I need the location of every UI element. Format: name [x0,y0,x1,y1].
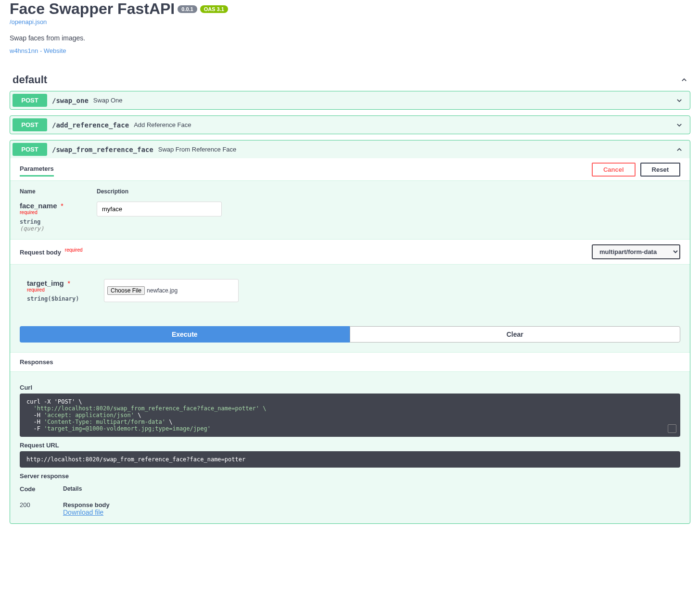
col-code: Code [20,485,49,493]
chosen-filename: newface.jpg [147,287,178,294]
tab-parameters[interactable]: Parameters [20,162,54,177]
parameters-table: Name Description face_name * required st… [10,181,690,239]
method-badge: POST [13,94,47,107]
face-name-input[interactable] [97,202,222,216]
param-type: string($binary) [27,295,89,302]
operation-toggle[interactable]: POST /swap_one Swap One [10,91,690,109]
required-label: required [65,247,83,253]
operation-path: /add_reference_face [52,121,129,129]
content-type-select[interactable]: multipart/form-data [592,244,680,259]
operation-summary: Swap One [93,97,123,104]
copy-icon[interactable] [668,424,676,433]
param-row-target-img: target_img * required string($binary) Ch… [27,279,680,303]
body-param-area: target_img * required string($binary) Ch… [10,265,690,327]
cancel-button[interactable]: Cancel [592,163,636,177]
execute-button[interactable]: Execute [20,326,350,343]
page-title: Face Swapper FastAPI 0.0.1 OAS 3.1 [10,0,690,18]
param-name: face_name [20,202,57,210]
responses-header: Responses [10,352,690,372]
operation-add-reference-face: POST /add_reference_face Add Reference F… [10,115,690,134]
required-label: required [27,287,45,292]
operation-swap-from-reference-face: POST /swap_from_reference_face Swap From… [10,140,690,524]
response-body-label: Response body [63,501,110,508]
operation-toggle[interactable]: POST /add_reference_face Add Reference F… [10,116,690,134]
operation-swap-one: POST /swap_one Swap One [10,91,690,110]
curl-label: Curl [20,384,680,391]
section-toggle[interactable]: default [10,69,690,91]
param-row-face-name: face_name * required string (query) [20,202,680,232]
curl-block: curl -X 'POST' \ 'http://localhost:8020/… [20,394,680,437]
col-description: Description [97,188,128,195]
clear-button[interactable]: Clear [350,326,681,343]
request-url-block: http://localhost:8020/swap_from_referenc… [20,451,680,468]
oas-badge: OAS 3.1 [200,5,228,13]
request-body-header: Request body required multipart/form-dat… [10,239,690,265]
chevron-up-icon [681,76,687,83]
chevron-down-icon [676,97,683,104]
file-input-wrap: Choose File newface.jpg [104,279,239,303]
param-type: string [20,218,82,225]
reset-button[interactable]: Reset [640,163,680,177]
col-details: Details [63,485,82,493]
download-file-link[interactable]: Download file [63,508,103,516]
status-code: 200 [20,501,49,516]
required-label: required [20,210,38,215]
operation-path: /swap_from_reference_face [52,146,153,153]
request-url-label: Request URL [20,442,680,449]
parameters-tab-row: Parameters Cancel Reset [10,158,690,181]
responses-body: Curl curl -X 'POST' \ 'http://localhost:… [10,372,690,523]
author-link[interactable]: w4hns1nn - Website [10,47,66,54]
required-star: * [66,279,70,287]
param-name: target_img [27,279,64,287]
choose-file-button[interactable]: Choose File [107,286,145,295]
required-star: * [59,202,63,210]
method-badge: POST [13,143,47,156]
request-body-label: Request body [20,249,61,256]
api-title: Face Swapper FastAPI [10,0,175,18]
operation-summary: Add Reference Face [134,121,191,128]
version-badge: 0.0.1 [178,5,197,13]
param-in: (query) [20,225,82,232]
col-name: Name [20,188,82,195]
operation-toggle[interactable]: POST /swap_from_reference_face Swap From… [10,140,690,158]
openapi-link[interactable]: /openapi.json [10,18,47,25]
server-response-label: Server response [20,472,680,480]
api-description: Swap faces from images. [10,34,690,42]
chevron-up-icon [676,146,683,153]
operation-path: /swap_one [52,97,89,104]
section-name: default [13,74,47,86]
method-badge: POST [13,118,47,131]
chevron-down-icon [676,122,683,128]
operation-summary: Swap From Reference Face [158,146,237,153]
